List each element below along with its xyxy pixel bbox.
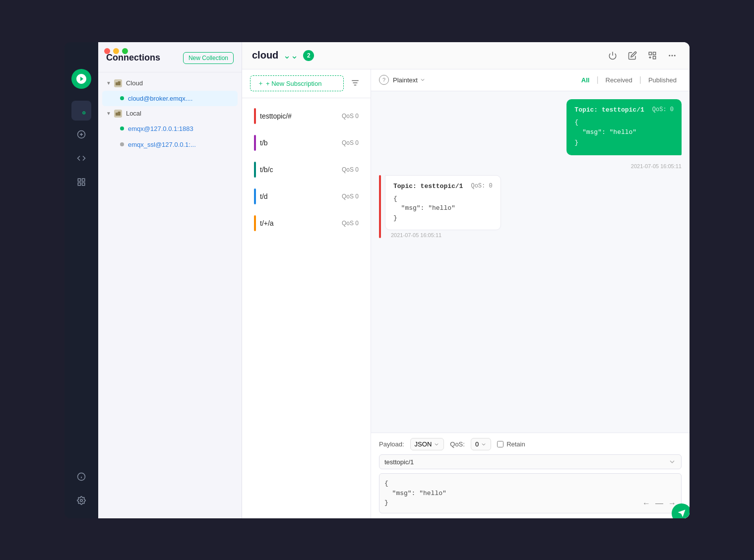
new-collection-button[interactable]: New Collection [183,52,234,64]
compose-clear-button[interactable]: — [654,498,664,509]
connection-item-emqx-ssl[interactable]: emqx_ssl@127.0.0.1:... [102,137,238,152]
app-logo [71,69,91,89]
close-dot[interactable] [104,48,110,54]
split-view: ＋ + New Subscription [242,69,690,518]
connections-list: ▼ Cloud cloud@broker.emqx.... ▼ [98,72,242,518]
compose-body-container: { "msg": "hello"} ← — → [379,473,682,513]
message-item-published: Topic: testtopic/1 QoS: 0 { "msg": "hell… [566,99,682,155]
received-color-bar [379,175,381,239]
sub-topic-tbc: t/b/c [260,166,273,174]
compose-body-text[interactable]: { "msg": "hello"} [379,474,681,513]
received-timestamp: 2021-07-05 16:05:11 [391,232,501,238]
connection-dropdown-icon[interactable]: ⌄⌄ [283,50,298,61]
edit-button[interactable] [625,48,640,63]
sub-color-bar-tplusa [254,215,256,231]
emqx-ssl-connection-name: emqx_ssl@127.0.0.1:... [128,141,196,148]
svg-rect-4 [78,179,80,181]
messages-list: Topic: testtopic/1 QoS: 0 { "msg": "hell… [371,91,690,433]
filter-subscriptions-button[interactable] [348,75,363,92]
subscription-item-tbc[interactable]: t/b/c QoS 0 [246,157,367,183]
topic-input-row [379,454,682,469]
published-timestamp: 2021-07-05 16:05:11 [379,163,682,169]
sub-qos-tbc: QoS 0 [342,166,359,173]
topic-input[interactable] [384,458,668,466]
compose-wrapper: Payload: JSON QoS: 0 [371,433,690,518]
topic-dropdown-icon[interactable] [668,458,676,466]
cloud-connection-name: cloud@broker.emqx.... [128,95,192,102]
connection-count-badge: 2 [303,50,314,61]
new-subscription-button[interactable]: ＋ + New Subscription [250,75,344,91]
local-group-label: Local [126,110,141,117]
compose-area: Payload: JSON QoS: 0 [371,433,690,518]
connections-panel: Connections New Collection ▼ Cloud clo [98,42,242,518]
qos-selector[interactable]: 0 [471,438,491,450]
more-options-button[interactable] [665,48,680,63]
power-button[interactable] [605,48,620,63]
emqx-connection-name: emqx@127.0.0.1:1883 [128,125,193,132]
send-button[interactable] [672,503,690,518]
svg-rect-13 [649,52,651,55]
connection-item-cloud[interactable]: cloud@broker.emqx.... [102,91,238,106]
format-label: Plaintext [393,76,418,84]
cloud-group-label: Cloud [126,79,143,87]
received-topic: Topic: testtopic/1 [393,183,463,190]
new-sub-plus-icon: ＋ [257,79,264,88]
svg-rect-5 [82,179,85,181]
tab-published[interactable]: Published [643,74,682,86]
messages-toolbar: ? Plaintext All | Received | P [371,69,690,91]
main-content: cloud ⌄⌄ 2 [242,42,690,518]
emqx-ssl-status-dot [120,142,124,146]
local-folder-icon [114,110,122,118]
sidebar-item-info[interactable] [71,467,91,487]
subscription-item-tplusa[interactable]: t/+/a QoS 0 [246,210,367,236]
sidebar-item-settings[interactable] [71,491,91,510]
minimize-dot[interactable] [113,48,119,54]
svg-point-18 [674,55,676,56]
payload-label: Payload: [379,440,404,448]
message-item-received: Topic: testtopic/1 QoS: 0 { "msg": "hell… [379,175,501,239]
sub-topic-testtopic: testtopic/# [260,112,292,120]
sub-qos-tplusa: QoS 0 [342,220,359,227]
sub-topic-tb: t/b [260,139,268,147]
connections-header: Connections New Collection [98,42,242,72]
qos-label: QoS: [450,440,465,448]
published-qos: QoS: 0 [652,106,674,113]
new-window-button[interactable] [645,48,660,63]
compose-toolbar: Payload: JSON QoS: 0 [379,438,682,450]
active-connection-label: cloud [252,50,278,61]
subscription-item-testtopic[interactable]: testtopic/# QoS 0 [246,103,367,129]
subscriptions-header: ＋ + New Subscription [242,69,371,98]
message-filter-tabs: All | Received | Published [576,74,682,86]
sub-topic-tplusa: t/+/a [260,219,274,227]
local-group-header[interactable]: ▼ Local [98,107,242,121]
sidebar-item-data[interactable] [71,172,91,192]
new-sub-label: + New Subscription [266,80,321,87]
maximize-dot[interactable] [122,48,128,54]
sidebar-item-add[interactable] [71,124,91,144]
connection-item-emqx[interactable]: emqx@127.0.0.1:1883 [102,121,238,136]
tab-all[interactable]: All [576,74,595,86]
format-selector[interactable]: Plaintext [393,76,426,84]
published-body: { "msg": "hello"} [574,118,674,148]
published-topic: Topic: testtopic/1 [574,106,644,114]
help-icon[interactable]: ? [379,75,389,85]
payload-format-selector[interactable]: JSON [410,438,444,450]
payload-format-value: JSON [415,440,432,448]
sidebar-item-code[interactable] [71,148,91,168]
subscription-item-tb[interactable]: t/b QoS 0 [246,130,367,156]
svg-rect-15 [653,56,656,59]
tab-received[interactable]: Received [601,74,637,86]
svg-rect-14 [653,52,656,55]
cloud-group-chevron: ▼ [106,80,111,86]
qos-value: 0 [475,440,479,448]
sub-qos-testtopic: QoS 0 [342,113,359,120]
messages-panel: ? Plaintext All | Received | P [371,69,690,518]
subscription-item-td[interactable]: t/d QoS 0 [246,184,367,209]
sub-color-bar-testtopic [254,108,256,124]
compose-prev-button[interactable]: ← [641,498,651,509]
retain-checkbox[interactable] [497,441,503,447]
sidebar-icons [64,42,98,518]
compose-body-area: { "msg": "hello"} ← — → [379,473,682,513]
sidebar-item-connections[interactable] [71,101,91,121]
cloud-group-header[interactable]: ▼ Cloud [98,76,242,90]
